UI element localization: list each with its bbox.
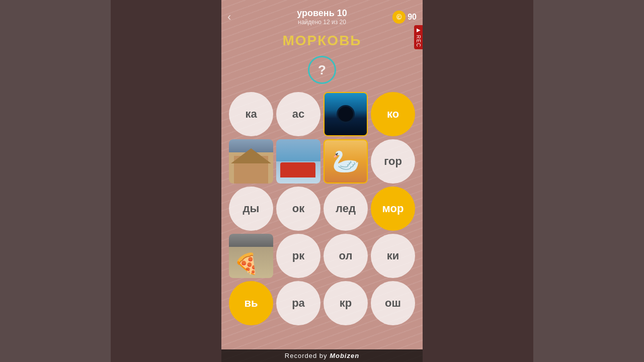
cell-truck[interactable] xyxy=(276,139,320,184)
cell-mor[interactable]: мор xyxy=(371,187,415,231)
recorded-bar: Recorded by Mobizen xyxy=(221,349,423,362)
level-title: уровень 10 xyxy=(297,8,347,19)
cell-osh[interactable]: ош xyxy=(371,281,415,325)
cell-ka[interactable]: ка xyxy=(229,92,273,136)
coin-icon: © xyxy=(392,11,406,24)
cell-ra[interactable]: ра xyxy=(276,281,320,325)
house-image xyxy=(229,139,273,184)
coin-count: 90 xyxy=(408,13,417,22)
cell-bird[interactable] xyxy=(324,139,368,184)
level-info: уровень 10 найдено 12 из 20 xyxy=(297,8,347,26)
cell-house[interactable] xyxy=(229,139,273,184)
target-word: МОРКОВЬ xyxy=(283,33,362,49)
cell-kr[interactable]: кр xyxy=(324,281,368,325)
food-image xyxy=(229,234,273,278)
cell-ocean[interactable] xyxy=(324,92,368,136)
left-panel xyxy=(111,0,221,362)
coins-display: © 90 xyxy=(392,11,417,24)
cell-ko[interactable]: ко xyxy=(371,92,415,136)
cell-food[interactable] xyxy=(229,234,273,278)
cell-ok[interactable]: ок xyxy=(276,187,320,231)
truck-image xyxy=(276,139,320,184)
header: ‹ уровень 10 найдено 12 из 20 © 90 xyxy=(221,5,423,29)
cell-as[interactable]: ас xyxy=(276,92,320,136)
game-container: ‹ уровень 10 найдено 12 из 20 © 90 МОРКО… xyxy=(221,0,423,362)
level-sub: найдено 12 из 20 xyxy=(297,19,347,26)
cell-led[interactable]: лед xyxy=(324,187,368,231)
recorded-prefix: Recorded by xyxy=(285,352,330,359)
cell-rk[interactable]: рк xyxy=(276,234,320,278)
back-button[interactable]: ‹ xyxy=(227,11,231,24)
cell-gor[interactable]: гор xyxy=(371,139,415,184)
cell-dy[interactable]: ды xyxy=(229,187,273,231)
answer-grid: ка ас ко гор ды ок лед мор xyxy=(224,92,420,325)
ocean-image xyxy=(324,92,368,136)
cell-v[interactable]: вь xyxy=(229,281,273,325)
hint-icon: ? xyxy=(318,62,326,78)
mobizen-brand: Mobizen xyxy=(330,352,359,359)
bird-image xyxy=(324,139,368,184)
right-panel xyxy=(423,0,533,362)
cell-ki[interactable]: ки xyxy=(371,234,415,278)
cell-ol[interactable]: ол xyxy=(324,234,368,278)
hint-button[interactable]: ? xyxy=(308,56,336,84)
